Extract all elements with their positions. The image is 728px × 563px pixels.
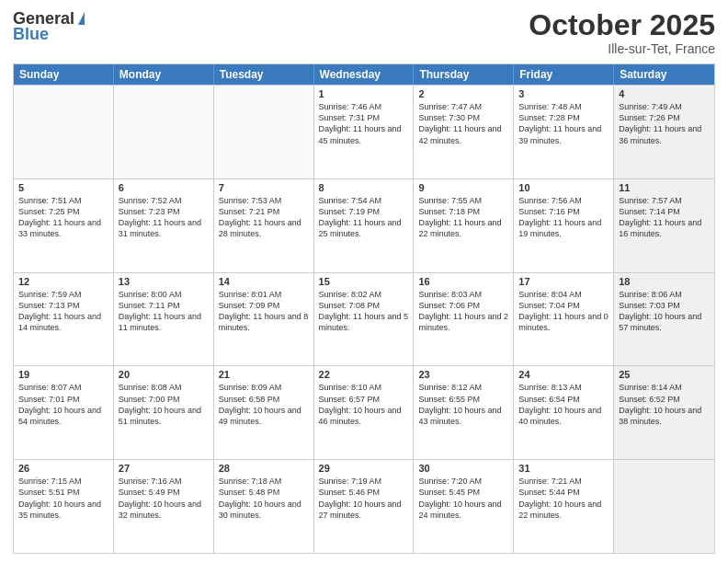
calendar-cell	[214, 86, 314, 178]
cell-info: Sunrise: 7:54 AM Sunset: 7:19 PM Dayligh…	[319, 195, 409, 240]
day-number: 29	[319, 463, 409, 474]
day-number: 25	[619, 369, 710, 380]
cell-info: Sunrise: 8:14 AM Sunset: 6:52 PM Dayligh…	[619, 382, 710, 427]
cell-info: Sunrise: 8:12 AM Sunset: 6:55 PM Dayligh…	[418, 382, 508, 427]
calendar-week-row: 12Sunrise: 7:59 AM Sunset: 7:13 PM Dayli…	[14, 272, 714, 366]
cell-info: Sunrise: 8:02 AM Sunset: 7:08 PM Dayligh…	[319, 289, 409, 334]
calendar-cell: 30Sunrise: 7:20 AM Sunset: 5:45 PM Dayli…	[414, 460, 514, 553]
cell-info: Sunrise: 7:18 AM Sunset: 5:48 PM Dayligh…	[219, 476, 309, 521]
day-number: 12	[18, 276, 108, 287]
calendar-header-cell: Thursday	[414, 64, 514, 85]
calendar-body: 1Sunrise: 7:46 AM Sunset: 7:31 PM Daylig…	[14, 85, 714, 553]
cell-info: Sunrise: 7:55 AM Sunset: 7:18 PM Dayligh…	[418, 195, 508, 240]
day-number: 5	[18, 182, 108, 193]
calendar-cell: 27Sunrise: 7:16 AM Sunset: 5:49 PM Dayli…	[114, 460, 214, 553]
calendar-cell: 14Sunrise: 8:01 AM Sunset: 7:09 PM Dayli…	[214, 273, 314, 366]
calendar-cell: 22Sunrise: 8:10 AM Sunset: 6:57 PM Dayli…	[314, 366, 415, 459]
cell-info: Sunrise: 7:52 AM Sunset: 7:23 PM Dayligh…	[119, 195, 209, 240]
cell-info: Sunrise: 8:03 AM Sunset: 7:06 PM Dayligh…	[418, 289, 508, 334]
day-number: 27	[119, 463, 209, 474]
calendar-cell: 19Sunrise: 8:07 AM Sunset: 7:01 PM Dayli…	[14, 366, 114, 459]
cell-info: Sunrise: 8:10 AM Sunset: 6:57 PM Dayligh…	[319, 382, 409, 427]
day-number: 4	[619, 88, 710, 99]
logo: General Blue	[13, 9, 85, 44]
calendar-cell: 9Sunrise: 7:55 AM Sunset: 7:18 PM Daylig…	[414, 179, 514, 272]
calendar-cell: 23Sunrise: 8:12 AM Sunset: 6:55 PM Dayli…	[414, 366, 514, 459]
day-number: 16	[418, 276, 508, 287]
calendar-cell: 10Sunrise: 7:56 AM Sunset: 7:16 PM Dayli…	[514, 179, 614, 272]
calendar-cell: 17Sunrise: 8:04 AM Sunset: 7:04 PM Dayli…	[514, 273, 614, 366]
day-number: 22	[319, 369, 409, 380]
day-number: 18	[619, 276, 710, 287]
cell-info: Sunrise: 7:19 AM Sunset: 5:46 PM Dayligh…	[319, 476, 409, 521]
cell-info: Sunrise: 7:59 AM Sunset: 7:13 PM Dayligh…	[18, 289, 108, 334]
day-number: 1	[319, 88, 409, 99]
calendar-cell: 21Sunrise: 8:09 AM Sunset: 6:58 PM Dayli…	[214, 366, 314, 459]
header: General Blue October 2025 Ille-sur-Tet, …	[13, 9, 715, 56]
cell-info: Sunrise: 8:09 AM Sunset: 6:58 PM Dayligh…	[219, 382, 309, 427]
cell-info: Sunrise: 7:49 AM Sunset: 7:26 PM Dayligh…	[619, 101, 710, 146]
day-number: 7	[219, 182, 309, 193]
cell-info: Sunrise: 7:53 AM Sunset: 7:21 PM Dayligh…	[219, 195, 309, 240]
calendar-header-cell: Sunday	[14, 64, 114, 85]
cell-info: Sunrise: 8:07 AM Sunset: 7:01 PM Dayligh…	[18, 382, 108, 427]
calendar-cell: 28Sunrise: 7:18 AM Sunset: 5:48 PM Dayli…	[214, 460, 314, 553]
calendar-cell: 2Sunrise: 7:47 AM Sunset: 7:30 PM Daylig…	[414, 86, 514, 178]
calendar-cell	[114, 86, 214, 178]
calendar-header-cell: Wednesday	[314, 64, 415, 85]
location-text: Ille-sur-Tet, France	[529, 41, 715, 56]
day-number: 26	[18, 463, 108, 474]
month-title: October 2025	[529, 9, 715, 41]
cell-info: Sunrise: 7:51 AM Sunset: 7:25 PM Dayligh…	[18, 195, 108, 240]
calendar-cell: 26Sunrise: 7:15 AM Sunset: 5:51 PM Dayli…	[14, 460, 114, 553]
day-number: 17	[518, 276, 609, 287]
day-number: 15	[319, 276, 409, 287]
calendar-container: General Blue October 2025 Ille-sur-Tet, …	[0, 0, 728, 563]
calendar-cell: 7Sunrise: 7:53 AM Sunset: 7:21 PM Daylig…	[214, 179, 314, 272]
calendar-cell: 20Sunrise: 8:08 AM Sunset: 7:00 PM Dayli…	[114, 366, 214, 459]
cell-info: Sunrise: 8:04 AM Sunset: 7:04 PM Dayligh…	[518, 289, 609, 334]
day-number: 9	[418, 182, 508, 193]
cell-info: Sunrise: 7:20 AM Sunset: 5:45 PM Dayligh…	[418, 476, 508, 521]
day-number: 31	[518, 463, 609, 474]
day-number: 23	[418, 369, 508, 380]
cell-info: Sunrise: 8:06 AM Sunset: 7:03 PM Dayligh…	[619, 289, 710, 334]
cell-info: Sunrise: 7:21 AM Sunset: 5:44 PM Dayligh…	[518, 476, 609, 521]
calendar-cell: 18Sunrise: 8:06 AM Sunset: 7:03 PM Dayli…	[614, 273, 714, 366]
day-number: 14	[219, 276, 309, 287]
day-number: 19	[18, 369, 108, 380]
day-number: 10	[518, 182, 609, 193]
logo-triangle-icon	[78, 12, 85, 25]
cell-info: Sunrise: 7:16 AM Sunset: 5:49 PM Dayligh…	[119, 476, 209, 521]
calendar-week-row: 1Sunrise: 7:46 AM Sunset: 7:31 PM Daylig…	[14, 85, 714, 178]
cell-info: Sunrise: 7:46 AM Sunset: 7:31 PM Dayligh…	[319, 101, 409, 146]
calendar-week-row: 26Sunrise: 7:15 AM Sunset: 5:51 PM Dayli…	[14, 459, 714, 553]
calendar-cell: 11Sunrise: 7:57 AM Sunset: 7:14 PM Dayli…	[614, 179, 714, 272]
calendar-header-row: SundayMondayTuesdayWednesdayThursdayFrid…	[14, 64, 714, 85]
calendar-cell	[614, 460, 714, 553]
day-number: 30	[418, 463, 508, 474]
calendar-cell: 16Sunrise: 8:03 AM Sunset: 7:06 PM Dayli…	[414, 273, 514, 366]
cell-info: Sunrise: 7:47 AM Sunset: 7:30 PM Dayligh…	[418, 101, 508, 146]
cell-info: Sunrise: 8:00 AM Sunset: 7:11 PM Dayligh…	[119, 289, 209, 334]
day-number: 28	[219, 463, 309, 474]
calendar-cell: 1Sunrise: 7:46 AM Sunset: 7:31 PM Daylig…	[314, 86, 415, 178]
calendar-cell: 13Sunrise: 8:00 AM Sunset: 7:11 PM Dayli…	[114, 273, 214, 366]
title-block: October 2025 Ille-sur-Tet, France	[529, 9, 715, 56]
calendar-cell: 4Sunrise: 7:49 AM Sunset: 7:26 PM Daylig…	[614, 86, 714, 178]
cell-info: Sunrise: 7:56 AM Sunset: 7:16 PM Dayligh…	[518, 195, 609, 240]
calendar-cell: 3Sunrise: 7:48 AM Sunset: 7:28 PM Daylig…	[514, 86, 614, 178]
cell-info: Sunrise: 8:08 AM Sunset: 7:00 PM Dayligh…	[119, 382, 209, 427]
day-number: 2	[418, 88, 508, 99]
day-number: 8	[319, 182, 409, 193]
day-number: 21	[219, 369, 309, 380]
calendar-cell: 31Sunrise: 7:21 AM Sunset: 5:44 PM Dayli…	[514, 460, 614, 553]
cell-info: Sunrise: 7:48 AM Sunset: 7:28 PM Dayligh…	[518, 101, 609, 146]
calendar-cell: 24Sunrise: 8:13 AM Sunset: 6:54 PM Dayli…	[514, 366, 614, 459]
calendar-header-cell: Saturday	[614, 64, 714, 85]
calendar-header-cell: Friday	[514, 64, 614, 85]
calendar-cell	[14, 86, 114, 178]
calendar-cell: 5Sunrise: 7:51 AM Sunset: 7:25 PM Daylig…	[14, 179, 114, 272]
logo-blue-text: Blue	[13, 25, 49, 44]
day-number: 20	[119, 369, 209, 380]
